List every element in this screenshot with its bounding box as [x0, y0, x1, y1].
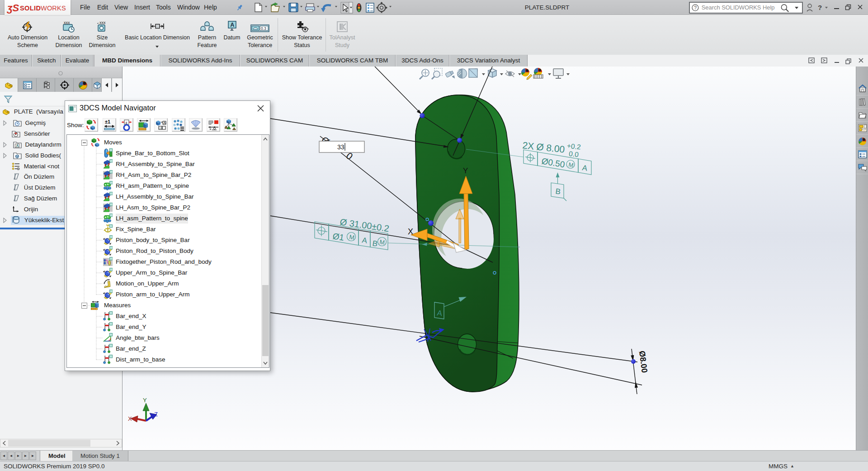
svg-text:A: A: [164, 121, 166, 125]
svg-text:±1: ±1: [105, 119, 110, 124]
svg-text:?: ?: [818, 4, 822, 11]
svg-text:0.3: 0.3: [261, 26, 266, 31]
svg-text:□□: □□: [159, 127, 163, 129]
svg-text:WORKS: WORKS: [41, 5, 66, 12]
svg-text:xxx: xxx: [99, 20, 106, 25]
svg-text:A: A: [231, 22, 235, 28]
svg-text:±: ±: [125, 120, 127, 125]
svg-text:SOLID: SOLID: [20, 5, 41, 12]
svg-text:A: A: [16, 143, 19, 148]
svg-text:ʒS: ʒS: [6, 2, 19, 14]
svg-text:Search SOLIDWORKS Help: Search SOLIDWORKS Help: [702, 4, 775, 11]
svg-text:?: ?: [694, 5, 697, 10]
